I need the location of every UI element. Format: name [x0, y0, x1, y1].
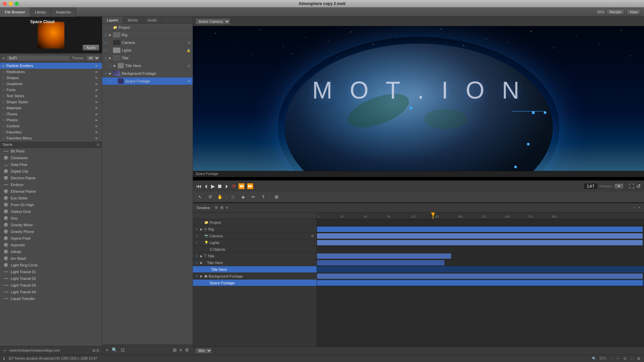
tl-label-lights[interactable]: ✓ 💡 Lights — [193, 239, 317, 246]
more-button[interactable]: ⊞ — [637, 356, 641, 361]
mini-select-dropdown[interactable]: Mini — [196, 348, 212, 354]
list-item[interactable]: Gravity Phone — [0, 228, 102, 235]
frame-display[interactable]: 147 — [584, 183, 597, 189]
list-item[interactable]: Clockwork — [0, 155, 102, 161]
close-button[interactable] — [3, 2, 7, 6]
add-icon[interactable]: ＋ — [3, 348, 7, 353]
text-tool[interactable]: T — [259, 193, 268, 201]
gear-icon[interactable]: ⚙ — [187, 41, 191, 45]
sidebar-item-gradients[interactable]: ▷ Gradients ▶ — [0, 81, 102, 87]
apply-button[interactable]: Apply — [83, 45, 99, 51]
tl-label-space-footage[interactable]: Space Footage — [193, 280, 317, 286]
tl-label-camera[interactable]: ✓ 📷 Camera ⚙ — [193, 233, 317, 239]
settings-button[interactable]: ⚙ — [184, 347, 190, 353]
list-item[interactable]: Galaxy Dust — [0, 208, 102, 215]
layer-project[interactable]: 📁 Project — [102, 24, 193, 31]
list-item[interactable]: Infinity — [0, 248, 102, 255]
sidebar-item-shape-styles[interactable]: ▷ Shape Styles ▶ — [0, 99, 102, 105]
export-button[interactable]: ⊡ — [623, 356, 627, 361]
list-view-button[interactable]: ≡ — [179, 347, 183, 353]
preview-scrubber[interactable]: Space Footage — [193, 171, 644, 177]
list-item[interactable]: Light Transit 04 — [0, 289, 102, 295]
pen-tool[interactable]: ✏ — [249, 193, 258, 201]
tl-label-3objects[interactable]: 3 Objects — [193, 246, 317, 253]
sort-icon[interactable]: ⊟ — [97, 143, 99, 146]
list-item[interactable]: Ion Wash — [0, 255, 102, 262]
list-item[interactable]: Electron Flame — [0, 175, 102, 181]
rotate-tool[interactable]: ↺ — [206, 193, 214, 201]
list-item[interactable]: Light Transit 01 — [0, 268, 102, 275]
sidebar-item-fonts[interactable]: ▷ Fonts ▶ — [0, 87, 102, 93]
camera-select[interactable]: Active Camera — [196, 18, 230, 24]
list-item[interactable]: Eye Strike — [0, 195, 102, 201]
add-layer-button[interactable]: + — [105, 347, 109, 353]
tl-label-project[interactable]: 📁 Project — [193, 219, 317, 226]
sidebar-item-materials[interactable]: ▷ Materials ▶ — [0, 105, 102, 111]
tl-label-title-here-1[interactable]: ✓ ▶ Title Here — [193, 259, 317, 266]
list-item[interactable]: Light Ring Circle — [0, 262, 102, 268]
play-forward-button[interactable]: ⏵ — [224, 183, 230, 189]
sidebar-item-replicators[interactable]: ▷ Replicators ▶ — [0, 69, 102, 75]
list-item[interactable]: Gravity Motor — [0, 222, 102, 228]
layer-camera[interactable]: ✓ Camera ⚙ — [102, 39, 193, 47]
sidebar-item-particle-emitters[interactable]: ▶ Particle Emitters ▶ — [0, 63, 102, 69]
control-point[interactable] — [527, 143, 530, 145]
next-frame-button[interactable]: ⏩ — [247, 183, 254, 189]
sidebar-item-content[interactable]: ▷ Content ▶ — [0, 123, 102, 129]
tab-audio[interactable]: Audio — [143, 17, 162, 23]
list-item[interactable]: Embryo — [0, 181, 102, 188]
zoom-in-status[interactable]: + — [616, 356, 620, 361]
control-point[interactable] — [410, 107, 412, 109]
tab-media[interactable]: Media — [123, 17, 143, 23]
list-item[interactable]: Light Transit 03 — [0, 282, 102, 289]
control-point[interactable] — [514, 166, 517, 168]
go-to-start-button[interactable]: ⏮ — [196, 183, 202, 189]
window-controls[interactable] — [3, 2, 19, 6]
zoom-preview-button[interactable]: ↺ — [636, 183, 641, 189]
theme-select[interactable]: All — [86, 55, 100, 61]
tl-label-bg-footage[interactable]: ✓ ▶ ▣ Background Footage — [193, 273, 317, 280]
frame-dropdown[interactable]: ▼ — [614, 183, 624, 189]
render-button[interactable]: Render — [606, 9, 625, 15]
tab-library[interactable]: Library — [30, 7, 51, 17]
list-item[interactable]: Ethereal Flame — [0, 188, 102, 195]
list-item[interactable]: Light Transit 02 — [0, 275, 102, 282]
shape-tool[interactable]: □ — [229, 193, 237, 201]
list-item[interactable]: From On High — [0, 201, 102, 208]
loop-button[interactable]: ⟳ — [232, 183, 236, 189]
play-back-button[interactable]: ⏴ — [204, 183, 209, 189]
gear-icon[interactable]: ⚙ — [311, 234, 314, 238]
sidebar-item-text-styles[interactable]: ▷ Text Styles ▶ — [0, 93, 102, 99]
pan-tool[interactable]: ✋ — [216, 193, 224, 201]
tab-layers[interactable]: Layers — [102, 17, 123, 23]
list-item[interactable]: Data Flow — [0, 161, 102, 168]
list-item[interactable]: Liquid Transfer — [0, 295, 102, 302]
tab-inspector[interactable]: Inspector — [51, 7, 76, 17]
list-item[interactable]: Hypnotic — [0, 242, 102, 248]
grid-view-button[interactable]: ⊞ — [172, 347, 177, 353]
sidebar-item-favorites-menu[interactable]: ▷ Favorites Menu ▶ — [0, 135, 102, 141]
tl-label-rig[interactable]: ✓ ▶ ⊙ Rig — [193, 226, 317, 233]
audio-button[interactable]: ♪ — [630, 356, 633, 361]
zoom-out-status[interactable]: − — [609, 356, 613, 361]
group-button[interactable]: ⊡ — [120, 347, 125, 353]
minimize-button[interactable] — [9, 2, 13, 6]
tl-label-title-here-2[interactable]: Title Here — [193, 266, 317, 273]
fullscreen-button[interactable] — [15, 2, 19, 6]
timeline-view-button[interactable]: ⊞ — [220, 205, 224, 210]
search-button[interactable]: 🔍 — [111, 347, 118, 353]
list-item[interactable]: Digital City — [0, 168, 102, 175]
sidebar-item-favorites[interactable]: ▷ Favorites ▶ — [0, 129, 102, 135]
tab-file-browser[interactable]: File Browser — [0, 7, 30, 17]
prev-frame-button[interactable]: ⏪ — [238, 183, 245, 189]
list-item[interactable]: Goo — [0, 215, 102, 222]
layer-space-footage[interactable]: ✓ Space Footage ⊕ — [102, 77, 193, 85]
layer-bg-footage[interactable]: ✓ ▶ Background Footage — [102, 70, 193, 77]
list-item[interactable]: Hypno Pixel — [0, 235, 102, 242]
grid-tool[interactable]: ⊞ — [272, 193, 281, 201]
stop-button[interactable]: ⏹ — [217, 183, 222, 189]
list-item[interactable]: Bit Parts — [0, 148, 102, 155]
sidebar-item-shapes[interactable]: ▷ Shapes ▶ — [0, 75, 102, 81]
zoom-out-button[interactable]: − — [633, 205, 636, 210]
fullscreen-preview-button[interactable]: ⛶ — [629, 183, 634, 189]
